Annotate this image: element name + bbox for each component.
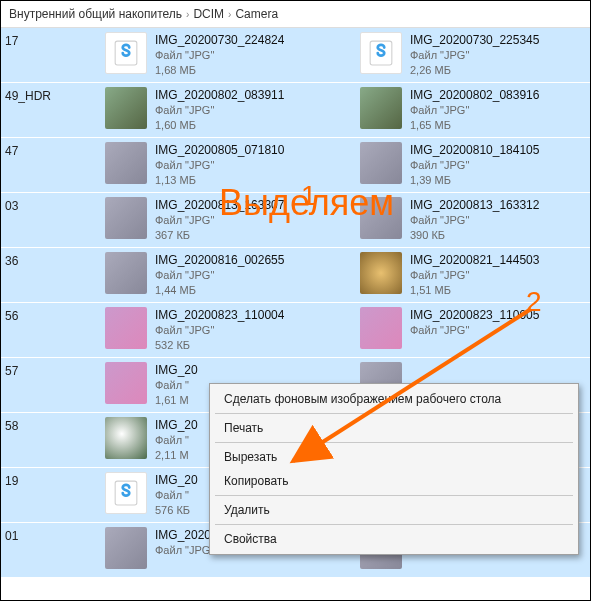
file-name: IMG_20200730_225345: [410, 32, 539, 48]
context-menu: Сделать фоновым изображением рабочего ст…: [209, 383, 579, 555]
file-name-fragment: 17: [5, 34, 18, 48]
file-name-fragment: 49_HDR: [5, 89, 51, 103]
file-item-partial[interactable]: 47: [1, 138, 101, 193]
file-type: Файл "JPG": [410, 48, 539, 63]
image-thumbnail: [105, 142, 147, 184]
file-name: IMG_20200810_184105: [410, 142, 539, 158]
file-type: Файл ": [155, 378, 198, 393]
file-item[interactable]: IMG_20200730_225345Файл "JPG"2,26 МБ: [356, 28, 591, 83]
file-name: IMG_20200802_083916: [410, 87, 539, 103]
file-type: Файл "JPG": [155, 103, 284, 118]
file-item-partial[interactable]: 03: [1, 193, 101, 248]
file-type: Файл "JPG": [410, 323, 539, 338]
menu-copy[interactable]: Копировать: [212, 469, 576, 493]
file-size: 1,44 МБ: [155, 283, 284, 298]
file-name: IMG_20200805_071810: [155, 142, 284, 158]
breadcrumb-part[interactable]: Внутренний общий накопитель: [9, 7, 182, 21]
image-thumbnail: [105, 362, 147, 404]
file-type: Файл "JPG": [410, 268, 539, 283]
file-item[interactable]: IMG_20200810_184105Файл "JPG"1,39 МБ: [356, 138, 591, 193]
file-name: IMG_20200802_083911: [155, 87, 284, 103]
image-thumbnail: [360, 87, 402, 129]
file-icon: [360, 32, 402, 74]
file-size: 2,11 М: [155, 448, 198, 463]
image-thumbnail: [360, 252, 402, 294]
file-name: IMG_20: [155, 472, 198, 488]
file-grid: 1749_HDR4703365657581901 IMG_20200730_22…: [1, 28, 590, 599]
file-item[interactable]: IMG_20200802_083916Файл "JPG"1,65 МБ: [356, 83, 591, 138]
menu-delete[interactable]: Удалить: [212, 498, 576, 522]
file-size: 576 КБ: [155, 503, 198, 518]
file-item[interactable]: IMG_20200816_002655Файл "JPG"1,44 МБ: [101, 248, 356, 303]
menu-set-wallpaper[interactable]: Сделать фоновым изображением рабочего ст…: [212, 387, 576, 411]
file-type: Файл "JPG": [155, 323, 284, 338]
file-item[interactable]: IMG_20200802_083911Файл "JPG"1,60 МБ: [101, 83, 356, 138]
file-name: IMG_20200813_163307: [155, 197, 284, 213]
menu-separator: [215, 442, 573, 443]
file-item[interactable]: IMG_20200823_110004Файл "JPG"532 КБ: [101, 303, 356, 358]
file-type: Файл "JPG": [155, 158, 284, 173]
file-item[interactable]: IMG_20200805_071810Файл "JPG"1,13 МБ: [101, 138, 356, 193]
file-type: Файл "JPG": [155, 213, 284, 228]
file-item-partial[interactable]: 36: [1, 248, 101, 303]
image-thumbnail: [105, 527, 147, 569]
file-item[interactable]: IMG_20200823_110005Файл "JPG": [356, 303, 591, 358]
file-name: IMG_20200816_002655: [155, 252, 284, 268]
file-name-fragment: 03: [5, 199, 18, 213]
image-thumbnail: [105, 87, 147, 129]
file-icon: [105, 472, 147, 514]
file-name: IMG_20200823_110004: [155, 307, 284, 323]
image-thumbnail: [105, 417, 147, 459]
file-item-partial[interactable]: 56: [1, 303, 101, 358]
file-size: 1,68 МБ: [155, 63, 284, 78]
file-name: IMG_20200730_224824: [155, 32, 284, 48]
menu-print[interactable]: Печать: [212, 416, 576, 440]
image-thumbnail: [105, 307, 147, 349]
file-item-partial[interactable]: 49_HDR: [1, 83, 101, 138]
file-size: 2,26 МБ: [410, 63, 539, 78]
menu-separator: [215, 413, 573, 414]
file-name: IMG_20200823_110005: [410, 307, 539, 323]
image-thumbnail: [105, 252, 147, 294]
breadcrumb[interactable]: Внутренний общий накопитель › DCIM › Cam…: [1, 1, 590, 28]
file-size: 1,61 М: [155, 393, 198, 408]
file-item-partial[interactable]: 57: [1, 358, 101, 413]
file-icon: [105, 32, 147, 74]
image-thumbnail: [360, 307, 402, 349]
file-item[interactable]: IMG_20200813_163312Файл "JPG"390 КБ: [356, 193, 591, 248]
file-item-partial[interactable]: 01: [1, 523, 101, 578]
file-item-partial[interactable]: 19: [1, 468, 101, 523]
menu-separator: [215, 524, 573, 525]
chevron-right-icon: ›: [186, 9, 189, 20]
image-thumbnail: [360, 142, 402, 184]
file-name: IMG_20: [155, 417, 198, 433]
file-name: IMG_20: [155, 362, 198, 378]
file-name-fragment: 01: [5, 529, 18, 543]
file-size: 1,60 МБ: [155, 118, 284, 133]
file-name-fragment: 58: [5, 419, 18, 433]
menu-properties[interactable]: Свойства: [212, 527, 576, 551]
file-item[interactable]: IMG_20200730_224824Файл "JPG"1,68 МБ: [101, 28, 356, 83]
file-name-fragment: 36: [5, 254, 18, 268]
menu-separator: [215, 495, 573, 496]
file-type: Файл "JPG": [410, 103, 539, 118]
file-item[interactable]: IMG_20200821_144503Файл "JPG"1,51 МБ: [356, 248, 591, 303]
file-name: IMG_20200821_144503: [410, 252, 539, 268]
image-thumbnail: [105, 197, 147, 239]
file-size: 1,13 МБ: [155, 173, 284, 188]
file-item[interactable]: IMG_20200813_163307Файл "JPG"367 КБ: [101, 193, 356, 248]
file-type: Файл ": [155, 433, 198, 448]
menu-cut[interactable]: Вырезать: [212, 445, 576, 469]
file-size: 1,51 МБ: [410, 283, 539, 298]
file-size: 367 КБ: [155, 228, 284, 243]
breadcrumb-part[interactable]: DCIM: [193, 7, 224, 21]
file-item-partial[interactable]: 58: [1, 413, 101, 468]
file-type: Файл "JPG": [155, 48, 284, 63]
file-item-partial[interactable]: 17: [1, 28, 101, 83]
breadcrumb-part[interactable]: Camera: [235, 7, 278, 21]
image-thumbnail: [360, 197, 402, 239]
file-size: 390 КБ: [410, 228, 539, 243]
file-name-fragment: 47: [5, 144, 18, 158]
file-size: 532 КБ: [155, 338, 284, 353]
file-name-fragment: 56: [5, 309, 18, 323]
